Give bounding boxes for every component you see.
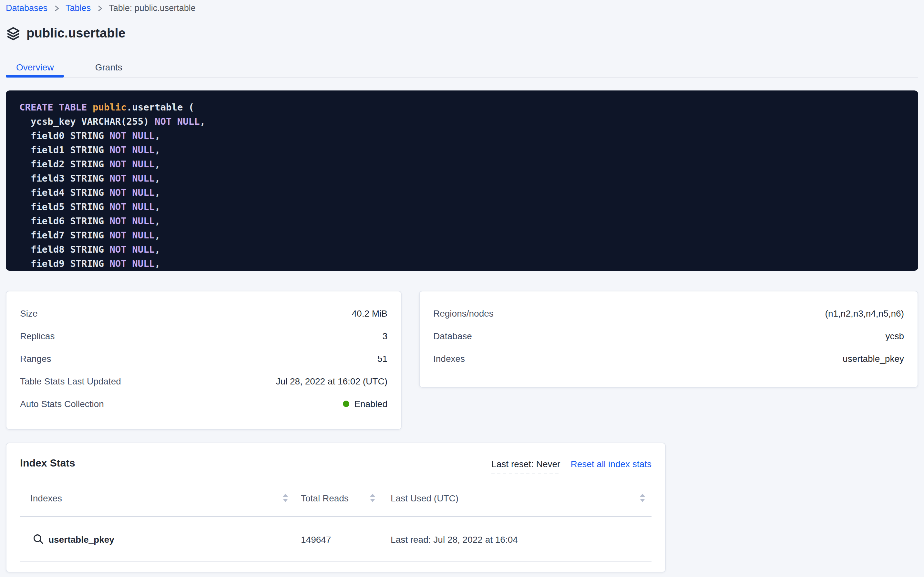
status-text: Enabled [354,398,387,409]
code-line: field9 STRING NOT NULL, [19,256,905,271]
tab-grants[interactable]: Grants [85,58,133,77]
title-row: public.usertable [6,26,918,41]
sort-arrows-icon[interactable] [640,494,645,502]
chevron-right-icon [96,5,103,11]
status-dot-icon [342,400,349,407]
column-label: Total Reads [301,493,349,503]
column-header-indexes[interactable]: Indexes [20,493,288,503]
sql-code-block: CREATE TABLE public.usertable ( ycsb_key… [6,90,918,271]
summary-cards-row: Size 40.2 MiB Replicas 3 Ranges 51 Table… [6,291,918,430]
code-line: field2 STRING NOT NULL, [19,157,905,171]
chevron-right-icon [53,5,60,11]
summary-value: 40.2 MiB [352,308,388,318]
layers-stack-icon [6,26,21,41]
code-line: CREATE TABLE public.usertable ( [19,100,905,114]
column-label: Indexes [31,493,62,503]
column-label: Last Used (UTC) [390,493,458,503]
breadcrumb: Databases Tables Table: public.usertable [6,0,918,13]
summary-row-database: Database ycsb [433,324,904,347]
reset-index-stats-link[interactable]: Reset all index stats [570,459,651,469]
summary-card-database-info: Regions/nodes (n1,n2,n3,n4,n5,n6) Databa… [419,291,918,388]
last-used-value: Last read: Jul 28, 2022 at 16:04 [390,534,518,544]
summary-label: Database [433,330,472,341]
summary-label: Ranges [20,353,51,363]
summary-row-regions: Regions/nodes (n1,n2,n3,n4,n5,n6) [433,302,904,324]
page-viewport: Databases Tables Table: public.usertable… [0,0,924,577]
code-line: field1 STRING NOT NULL, [19,143,905,157]
summary-label: Regions/nodes [433,308,493,318]
code-line: field7 STRING NOT NULL, [19,228,905,242]
index-name: usertable_pkey [48,534,114,544]
index-table-header-row: Indexes Total Reads Last Used (UTC) [20,479,651,517]
magnifier-icon [33,534,44,545]
index-stats-actions: Last reset: Never Reset all index stats [492,459,651,469]
breadcrumb-item-tables[interactable]: Tables [66,3,91,13]
summary-label: Table Stats Last Updated [20,376,121,386]
last-reset-label: Last reset: Never [492,459,560,469]
sort-arrows-icon[interactable] [370,494,375,502]
summary-label: Replicas [20,330,55,341]
tab-bar: Overview Grants [6,58,918,77]
summary-row-ranges: Ranges 51 [20,347,387,369]
tab-overview[interactable]: Overview [6,58,64,77]
last-used-cell: Last read: Jul 28, 2022 at 16:04 [390,534,651,544]
summary-value: usertable_pkey [843,353,904,363]
summary-row-replicas: Replicas 3 [20,324,387,347]
sort-arrows-icon[interactable] [283,494,288,502]
total-reads-value: 149647 [301,534,331,544]
index-stats-title: Index Stats [20,457,75,469]
summary-card-table-stats: Size 40.2 MiB Replicas 3 Ranges 51 Table… [6,291,402,430]
summary-value: 51 [378,353,387,363]
summary-row-auto-stats: Auto Stats Collection Enabled [20,392,387,415]
breadcrumb-item-current: Table: public.usertable [109,3,196,13]
index-table-row: usertable_pkey 149647 Last read: Jul 28,… [20,517,651,562]
index-name-cell: usertable_pkey [20,534,288,545]
code-line: field0 STRING NOT NULL, [19,129,905,143]
code-line: field8 STRING NOT NULL, [19,242,905,256]
summary-label: Size [20,308,37,318]
code-line: field6 STRING NOT NULL, [19,214,905,228]
index-stats-header: Index Stats Last reset: Never Reset all … [20,443,651,469]
summary-value: Jul 28, 2022 at 16:02 (UTC) [276,376,387,386]
summary-row-size: Size 40.2 MiB [20,302,387,324]
column-header-last-used[interactable]: Last Used (UTC) [390,493,651,503]
code-line: field4 STRING NOT NULL, [19,185,905,200]
summary-value: ycsb [885,330,904,341]
table-details-page: Databases Tables Table: public.usertable… [0,0,924,572]
summary-value: 3 [382,330,387,341]
summary-value: (n1,n2,n3,n4,n5,n6) [825,308,904,318]
index-stats-card: Index Stats Last reset: Never Reset all … [6,443,666,572]
code-line: ycsb_key VARCHAR(255) NOT NULL, [19,114,905,129]
summary-row-stats-updated: Table Stats Last Updated Jul 28, 2022 at… [20,369,387,392]
page-title: public.usertable [26,26,125,41]
summary-value: Enabled [342,398,387,409]
code-line: field3 STRING NOT NULL, [19,171,905,185]
summary-label: Indexes [433,353,465,363]
total-reads-cell: 149647 [301,534,375,544]
column-header-total-reads[interactable]: Total Reads [301,493,375,503]
breadcrumb-item-databases[interactable]: Databases [6,3,47,13]
index-link[interactable]: usertable_pkey [33,534,114,545]
code-line: field5 STRING NOT NULL, [19,200,905,214]
sql-code: CREATE TABLE public.usertable ( ycsb_key… [19,100,905,271]
summary-label: Auto Stats Collection [20,398,104,409]
summary-row-indexes: Indexes usertable_pkey [433,347,904,369]
